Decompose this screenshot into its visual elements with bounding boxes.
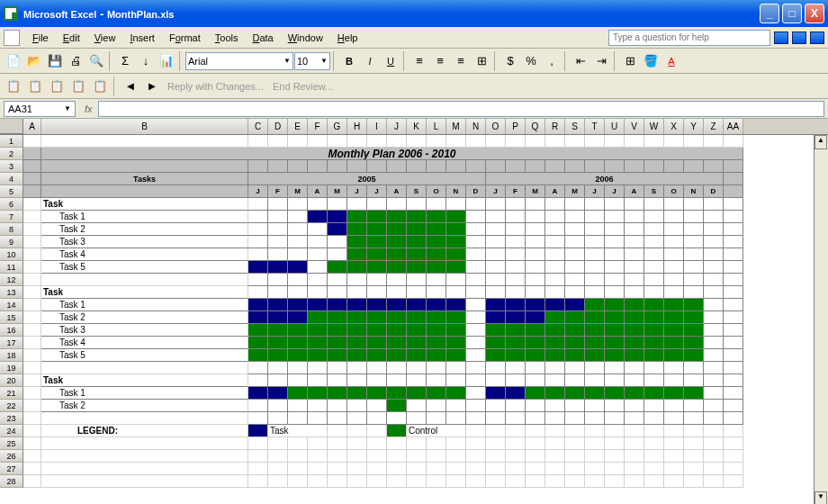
row-header-2[interactable]: 2 <box>0 148 23 160</box>
month-cell[interactable]: A <box>387 185 407 198</box>
tasks-header[interactable]: Tasks <box>41 173 248 185</box>
underline-icon[interactable]: U <box>381 51 400 71</box>
month-cell[interactable]: M <box>288 185 308 198</box>
row-header-13[interactable]: 13 <box>0 286 23 299</box>
row-header-26[interactable]: 26 <box>0 450 23 463</box>
reply-changes-button[interactable]: Reply with Changes... <box>167 81 264 92</box>
col-header-V[interactable]: V <box>625 119 644 134</box>
row-header-16[interactable]: 16 <box>0 324 23 337</box>
month-cell[interactable]: M <box>526 185 545 198</box>
legend-control-text[interactable]: Control <box>407 425 466 437</box>
col-header-I[interactable]: I <box>367 119 387 134</box>
worksheet-area[interactable]: ABCDEFGHIJKLMNOPQRSTUVWXYZAA 12345678910… <box>0 119 828 504</box>
comma-icon[interactable]: , <box>542 51 562 71</box>
row-header-6[interactable]: 6 <box>0 198 23 211</box>
row-header-20[interactable]: 20 <box>0 374 23 387</box>
task-0-4[interactable]: Task 5 <box>41 261 248 274</box>
col-header-P[interactable]: P <box>506 119 526 134</box>
month-cell[interactable]: J <box>486 185 506 198</box>
task-0-1[interactable]: Task 2 <box>41 223 248 236</box>
scroll-down-icon[interactable]: ▼ <box>814 491 827 504</box>
col-header-AA[interactable]: AA <box>724 119 743 134</box>
col-header-L[interactable]: L <box>427 119 446 134</box>
col-header-C[interactable]: C <box>248 119 268 134</box>
menu-tools[interactable]: Tools <box>208 30 246 46</box>
end-review-button[interactable]: End Review... <box>273 81 333 92</box>
month-cell[interactable]: J <box>367 185 387 198</box>
col-header-X[interactable]: X <box>664 119 684 134</box>
row-header-4[interactable]: 4 <box>0 173 23 185</box>
row-header-12[interactable]: 12 <box>0 274 23 286</box>
row-header-19[interactable]: 19 <box>0 362 23 374</box>
menu-view[interactable]: View <box>87 30 123 46</box>
row-header-11[interactable]: 11 <box>0 261 23 274</box>
col-header-K[interactable]: K <box>407 119 427 134</box>
vertical-scrollbar[interactable]: ▲ ▼ <box>814 135 828 504</box>
row-header-9[interactable]: 9 <box>0 236 23 248</box>
plan-title[interactable]: Monthly Plan 2006 - 2010 <box>41 148 743 160</box>
menu-file[interactable]: File <box>25 30 56 46</box>
review-icon-3[interactable]: 📋 <box>47 76 67 96</box>
doc-restore[interactable] <box>792 32 806 44</box>
group-header-2[interactable]: Task <box>41 374 248 387</box>
row-header-22[interactable]: 22 <box>0 400 23 412</box>
col-header-A[interactable]: A <box>23 119 41 134</box>
menu-insert[interactable]: Insert <box>122 30 162 46</box>
formula-input[interactable] <box>98 101 824 117</box>
col-header-U[interactable]: U <box>605 119 625 134</box>
merge-icon[interactable]: ⊞ <box>472 51 491 71</box>
row-header-3[interactable]: 3 <box>0 160 23 173</box>
research-icon[interactable]: 🔍 <box>86 51 106 71</box>
doc-minimize[interactable] <box>774 32 788 44</box>
month-cell[interactable]: O <box>427 185 446 198</box>
year-2006[interactable]: 2006 <box>486 173 724 185</box>
open-icon[interactable]: 📂 <box>24 51 44 71</box>
col-header-N[interactable]: N <box>466 119 486 134</box>
group-header-0[interactable]: Task <box>41 198 248 211</box>
sum-icon[interactable]: Σ <box>115 51 135 71</box>
row-header-18[interactable]: 18 <box>0 349 23 362</box>
month-cell[interactable]: J <box>585 185 605 198</box>
col-header-J[interactable]: J <box>387 119 407 134</box>
month-cell[interactable]: J <box>347 185 367 198</box>
fx-icon[interactable]: fx <box>85 104 93 114</box>
col-header-H[interactable]: H <box>347 119 367 134</box>
align-right-icon[interactable]: ≡ <box>451 51 471 71</box>
col-header-R[interactable]: R <box>545 119 565 134</box>
col-header-E[interactable]: E <box>288 119 308 134</box>
name-box[interactable]: AA31▼ <box>4 101 76 117</box>
year-2005[interactable]: 2005 <box>248 173 486 185</box>
col-header-B[interactable]: B <box>41 119 248 134</box>
row-header-5[interactable]: 5 <box>0 185 23 198</box>
task-1-1[interactable]: Task 2 <box>41 311 248 324</box>
select-all-button[interactable] <box>0 119 23 134</box>
month-cell[interactable]: M <box>328 185 347 198</box>
task-1-4[interactable]: Task 5 <box>41 349 248 362</box>
minimize-button[interactable]: _ <box>760 4 779 23</box>
col-header-M[interactable]: M <box>446 119 466 134</box>
menu-data[interactable]: Data <box>245 30 280 46</box>
review-icon[interactable]: 📋 <box>4 76 23 96</box>
col-header-T[interactable]: T <box>585 119 605 134</box>
row-header-28[interactable]: 28 <box>0 475 23 488</box>
task-1-3[interactable]: Task 4 <box>41 337 248 349</box>
month-cell[interactable]: S <box>407 185 427 198</box>
chart-icon[interactable]: 📊 <box>157 51 176 71</box>
menu-format[interactable]: Format <box>162 30 208 46</box>
print-icon[interactable]: 🖨 <box>66 51 86 71</box>
row-header-10[interactable]: 10 <box>0 248 23 261</box>
month-cell[interactable]: J <box>248 185 268 198</box>
group-header-1[interactable]: Task <box>41 286 248 299</box>
month-cell[interactable]: J <box>605 185 625 198</box>
month-cell[interactable]: A <box>545 185 565 198</box>
legend-control-swatch[interactable] <box>387 425 407 437</box>
review-next-icon[interactable]: ► <box>142 76 162 96</box>
row-header-8[interactable]: 8 <box>0 223 23 236</box>
percent-icon[interactable]: % <box>521 51 541 71</box>
font-color-icon[interactable]: A <box>662 51 681 71</box>
review-icon-4[interactable]: 📋 <box>68 76 88 96</box>
doc-close[interactable] <box>810 32 824 44</box>
help-search-input[interactable] <box>608 30 770 46</box>
col-header-F[interactable]: F <box>308 119 328 134</box>
month-cell[interactable]: N <box>684 185 704 198</box>
